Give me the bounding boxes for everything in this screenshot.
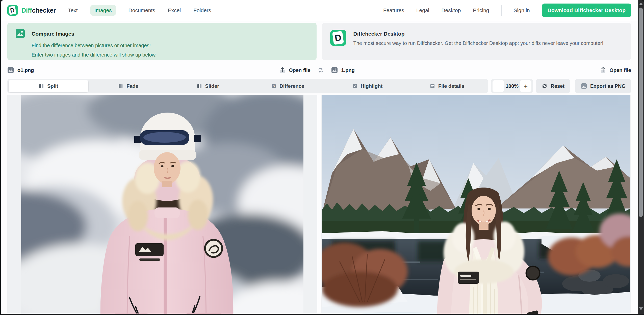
tab-difference[interactable]: D Difference xyxy=(248,80,327,92)
nav-text[interactable]: Text xyxy=(68,7,78,13)
download-desktop-button[interactable]: Download Diffchecker Desktop xyxy=(542,4,631,17)
top-nav: D Diffchecker Text Images Documents Exce… xyxy=(1,0,638,21)
page-scrollbar[interactable] xyxy=(638,0,644,314)
right-file-name: 1.png xyxy=(341,67,355,73)
diffchecker-logo-icon[interactable]: D xyxy=(7,5,18,16)
view-toolbar: Split Fade Slider D Difference xyxy=(1,79,638,93)
upload-icon xyxy=(600,67,606,74)
tab-split[interactable]: Split xyxy=(9,80,88,92)
nav-divider xyxy=(501,5,502,16)
tab-slider[interactable]: Slider xyxy=(168,80,248,92)
image-icon xyxy=(15,29,25,38)
diff-view xyxy=(1,95,638,314)
nav-legal[interactable]: Legal xyxy=(416,7,429,13)
left-image-pane[interactable] xyxy=(7,95,317,314)
nav-folders[interactable]: Folders xyxy=(193,7,211,13)
tab-fade[interactable]: Fade xyxy=(88,80,168,92)
compare-images-banner: Compare Images Find the difference betwe… xyxy=(7,23,317,60)
reset-button[interactable]: Reset xyxy=(536,79,570,93)
tab-file-details[interactable]: File details xyxy=(407,80,487,92)
open-file-left-button[interactable]: Open file xyxy=(279,67,311,74)
highlight-icon xyxy=(352,83,358,89)
right-file-controls: Open file xyxy=(600,67,631,74)
file-image-icon xyxy=(7,67,14,73)
right-image-pane[interactable] xyxy=(321,95,631,314)
secondary-nav: Features Legal Desktop Pricing Sign in D… xyxy=(383,4,631,17)
left-image[interactable] xyxy=(21,95,303,314)
zoom-in-button[interactable]: + xyxy=(520,80,531,92)
file-details-icon xyxy=(430,83,435,89)
zoom-level: 100% xyxy=(504,83,520,89)
reset-icon xyxy=(542,83,548,89)
export-png-button[interactable]: Export as PNG xyxy=(575,79,631,93)
middle-file-controls: Open file 1.png xyxy=(279,67,355,74)
scrollbar-down-arrow-icon[interactable] xyxy=(639,307,643,310)
left-file-name: o1.png xyxy=(17,67,34,73)
primary-nav: Text Images Documents Excel Folders xyxy=(68,5,211,16)
window-bottom-edge xyxy=(0,314,644,315)
scrollbar-thumb[interactable] xyxy=(639,8,643,217)
compare-banner-title: Compare Images xyxy=(32,29,308,38)
nav-desktop[interactable]: Desktop xyxy=(441,7,461,13)
nav-documents[interactable]: Documents xyxy=(128,7,155,13)
nav-excel[interactable]: Excel xyxy=(168,7,181,13)
difference-icon: D xyxy=(271,83,276,89)
diffchecker-desktop-logo-icon: D xyxy=(330,30,346,46)
zoom-controls: − 100% + xyxy=(491,79,533,93)
upload-icon xyxy=(279,67,286,74)
open-file-right-button[interactable]: Open file xyxy=(600,67,631,74)
compare-banner-text: Find the difference between pictures or … xyxy=(32,41,308,60)
nav-images[interactable]: Images xyxy=(90,5,116,16)
fade-icon xyxy=(118,83,123,89)
right-image[interactable] xyxy=(322,95,630,314)
nav-pricing[interactable]: Pricing xyxy=(473,7,489,13)
svg-text:D: D xyxy=(273,85,275,88)
export-image-icon xyxy=(581,83,587,89)
file-name-row: o1.png Open file xyxy=(1,64,638,77)
view-mode-tabs: Split Fade Slider D Difference xyxy=(7,79,488,93)
brand-name[interactable]: Diffchecker xyxy=(21,7,56,14)
desktop-promo-banner: D Diffchecker Desktop The most secure wa… xyxy=(322,23,631,60)
scrollbar-up-arrow-icon[interactable] xyxy=(639,3,643,5)
diffchecker-window: D Diffchecker Text Images Documents Exce… xyxy=(1,0,638,314)
swap-files-icon[interactable] xyxy=(317,67,325,73)
desktop-banner-subtitle: The most secure way to run Diffchecker. … xyxy=(353,40,603,46)
desktop-banner-title: Diffchecker Desktop xyxy=(353,30,603,37)
right-file: 1.png xyxy=(331,67,355,73)
split-icon xyxy=(39,83,44,89)
zoom-out-button[interactable]: − xyxy=(493,80,504,92)
tab-highlight[interactable]: Highlight xyxy=(327,80,407,92)
banner-row: Compare Images Find the difference betwe… xyxy=(1,21,638,60)
left-file: o1.png xyxy=(7,67,34,73)
sign-in-link[interactable]: Sign in xyxy=(514,7,530,13)
slider-icon xyxy=(197,83,202,89)
file-image-icon xyxy=(331,67,338,73)
nav-features[interactable]: Features xyxy=(383,7,404,13)
